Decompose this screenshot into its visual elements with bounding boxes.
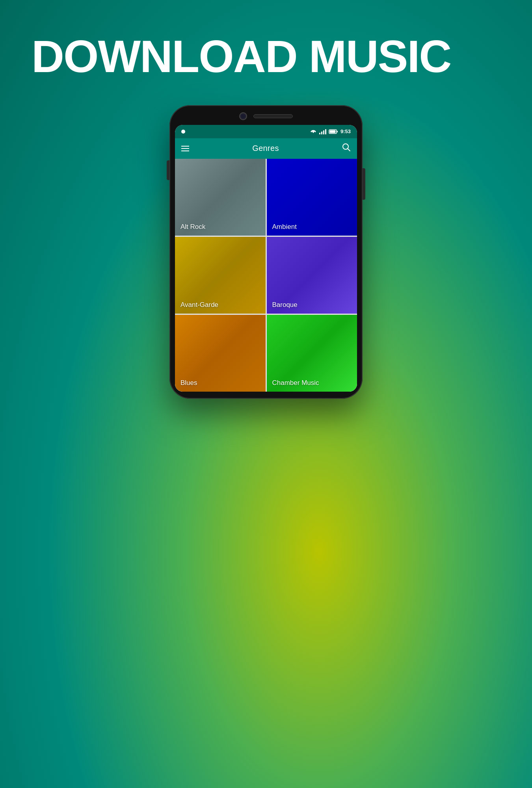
app-bar-title: Genres [252, 144, 279, 153]
phone-device: 9:53 Genres Alt [169, 105, 363, 399]
phone-hardware-top [175, 112, 357, 120]
signal-bars-icon [319, 129, 326, 134]
front-camera [239, 112, 247, 120]
phone-mockup: 9:53 Genres Alt [0, 105, 532, 788]
app-bar: Genres [175, 138, 357, 159]
genre-tile-baroque[interactable]: Baroque [267, 237, 357, 314]
genre-tile-blues[interactable]: Blues [175, 315, 266, 392]
genre-label-avant-garde: Avant-Garde [180, 301, 218, 309]
genre-label-ambient: Ambient [272, 223, 297, 231]
genre-tile-alt-rock[interactable]: Alt Rock [175, 159, 266, 236]
page-headline: DOWNLOAD MUSIC [0, 0, 532, 105]
status-right: 9:53 [310, 128, 351, 134]
status-left [181, 130, 185, 134]
wifi-icon [310, 129, 317, 134]
battery-icon [329, 129, 338, 134]
genre-tile-ambient[interactable]: Ambient [267, 159, 357, 236]
genre-label-chamber-music: Chamber Music [272, 379, 319, 387]
earpiece-speaker [253, 114, 293, 118]
svg-rect-2 [337, 131, 338, 132]
genres-grid: Alt RockAmbientAvant-GardeBaroqueBluesCh… [175, 159, 357, 392]
status-indicator-dot [181, 130, 185, 134]
phone-screen: 9:53 Genres Alt [175, 125, 357, 392]
genre-tile-avant-garde[interactable]: Avant-Garde [175, 237, 266, 314]
menu-button[interactable] [181, 146, 189, 151]
genre-label-baroque: Baroque [272, 301, 298, 309]
genre-tile-chamber-music[interactable]: Chamber Music [267, 315, 357, 392]
genre-label-blues: Blues [180, 379, 197, 387]
genre-label-alt-rock: Alt Rock [180, 223, 205, 231]
svg-rect-1 [329, 130, 335, 133]
status-bar: 9:53 [175, 125, 357, 138]
search-button[interactable] [342, 143, 351, 154]
status-time: 9:53 [340, 128, 351, 134]
svg-line-4 [348, 149, 350, 151]
